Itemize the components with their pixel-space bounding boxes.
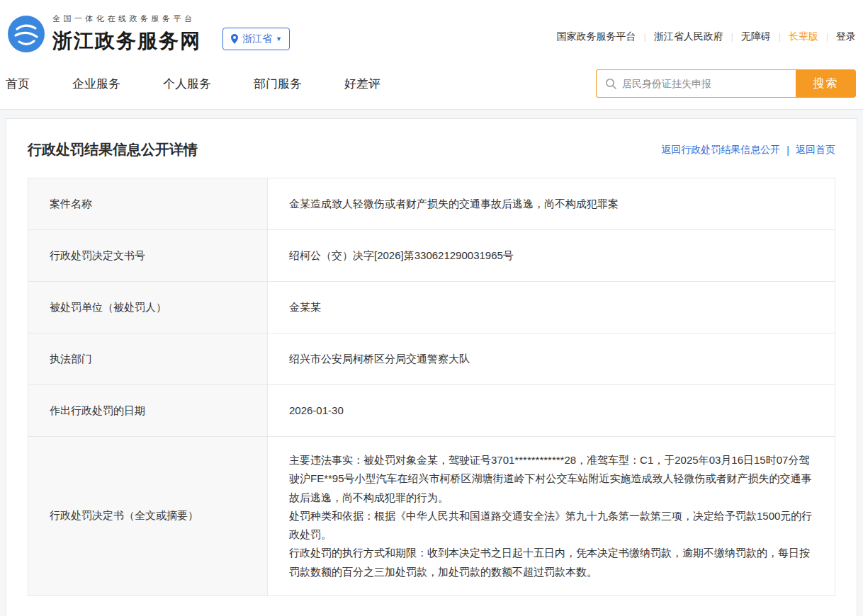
link-login[interactable]: 登录 [836,30,856,43]
row-value-decision-document: 主要违法事实：被处罚对象金某，驾驶证号3701************28，准驾… [268,437,835,595]
site-name: 浙江政务服务网 [52,28,201,55]
penalty-detail-table: 案件名称 金某造成致人轻微伤或者财产损失的交通事故后逃逸，尚不构成犯罪案 行政处… [28,178,835,596]
row-label-decision-document: 行政处罚决定书（全文或摘要） [28,437,268,595]
divider: | [786,144,789,156]
row-value-case-name: 金某造成致人轻微伤或者财产损失的交通事故后逃逸，尚不构成犯罪案 [268,178,835,229]
search-input-wrap [596,69,796,98]
back-to-list-link[interactable]: 返回行政处罚结果信息公开 [661,144,780,156]
search-button[interactable]: 搜索 [796,69,856,98]
table-row: 被处罚单位（被处罚人） 金某某 [28,282,835,333]
link-elder-version[interactable]: 长辈版 [789,30,818,43]
back-to-home-link[interactable]: 返回首页 [796,144,835,156]
row-label-case-name: 案件名称 [28,178,268,229]
link-accessibility[interactable]: 无障碍 [741,30,771,43]
platform-tagline: 全国一体化在线政务服务平台 [52,13,201,24]
back-links: 返回行政处罚结果信息公开 | 返回首页 [661,144,835,156]
search-icon [605,78,616,89]
brand-text: 全国一体化在线政务服务平台 浙江政务服务网 [52,13,201,55]
divider: | [826,32,828,42]
row-label-document-number: 行政处罚决定文书号 [28,230,268,281]
main-navbar: 首页 企业服务 个人服务 部门服务 好差评 搜索 [0,68,863,110]
page-body: 行政处罚结果信息公开详情 返回行政处罚结果信息公开 | 返回首页 案件名称 金某… [0,110,863,616]
table-row: 案件名称 金某造成致人轻微伤或者财产损失的交通事故后逃逸，尚不构成犯罪案 [28,178,835,230]
row-label-penalized-party: 被处罚单位（被处罚人） [28,282,268,333]
divider: | [731,32,733,42]
table-row: 执法部门 绍兴市公安局柯桥区分局交通警察大队 [28,333,835,385]
location-pin-icon [230,34,239,44]
site-logo-icon [7,15,45,53]
search-box: 搜索 [596,69,856,98]
brand: 全国一体化在线政务服务平台 浙江政务服务网 [7,13,201,55]
chevron-down-icon: ▼ [276,35,282,42]
row-value-penalty-date: 2026-01-30 [268,385,835,436]
site-header: 全国一体化在线政务服务平台 浙江政务服务网 浙江省 ▼ 国家政务服务平台 | 浙… [0,0,863,68]
region-selector[interactable]: 浙江省 ▼ [222,28,290,50]
nav-item-rating[interactable]: 好差评 [344,76,380,92]
row-value-document-number: 绍柯公（交）决字[2026]第330621290031965号 [268,230,835,281]
link-national-platform[interactable]: 国家政务服务平台 [557,30,636,43]
row-label-penalty-date: 作出行政处罚的日期 [28,385,268,436]
main-nav: 首页 企业服务 个人服务 部门服务 好差评 [6,76,380,92]
top-links: 国家政务服务平台 | 浙江省人民政府 | 无障碍 | 长辈版 | 登录 [557,30,857,43]
link-provincial-gov[interactable]: 浙江省人民政府 [654,30,723,43]
divider: | [644,32,646,42]
nav-item-enterprise-services[interactable]: 企业服务 [72,76,120,92]
table-row: 行政处罚决定文书号 绍柯公（交）决字[2026]第330621290031965… [28,230,835,282]
region-label: 浙江省 [242,33,272,45]
table-row: 行政处罚决定书（全文或摘要） 主要违法事实：被处罚对象金某，驾驶证号3701**… [28,437,835,595]
row-value-enforcement-department: 绍兴市公安局柯桥区分局交通警察大队 [268,333,835,384]
row-label-enforcement-department: 执法部门 [28,333,268,384]
card-header: 行政处罚结果信息公开详情 返回行政处罚结果信息公开 | 返回首页 [28,140,835,159]
row-value-penalized-party: 金某某 [268,282,835,333]
page-title: 行政处罚结果信息公开详情 [28,140,198,159]
search-input[interactable] [622,78,787,89]
nav-item-department-services[interactable]: 部门服务 [254,76,302,92]
divider: | [779,32,781,42]
detail-card: 行政处罚结果信息公开详情 返回行政处罚结果信息公开 | 返回首页 案件名称 金某… [6,118,857,616]
table-row: 作出行政处罚的日期 2026-01-30 [28,385,835,437]
nav-item-personal-services[interactable]: 个人服务 [163,76,211,92]
nav-item-home[interactable]: 首页 [6,76,30,92]
